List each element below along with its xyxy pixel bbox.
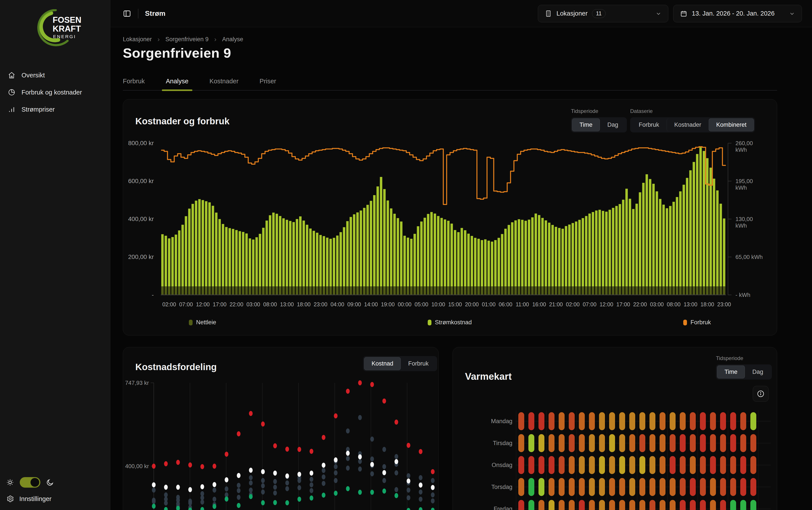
sidebar-item-strompriser[interactable]: Strømpriser: [0, 101, 110, 118]
heatmap-card: Varmekart Tidsperiode Time Dag MandagTir…: [453, 347, 777, 510]
sidebar: FOSEN KRAFT ENERGI Oversikt Forbruk og k…: [0, 0, 110, 510]
svg-text:Tirsdag: Tirsdag: [493, 440, 512, 446]
forbruk-swatch: [683, 320, 687, 325]
date-range-picker[interactable]: 13. Jan. 2026 - 20. Jan. 2026: [673, 5, 802, 22]
tab-kostnader[interactable]: Kostnader: [209, 78, 238, 90]
svg-text:Torsdag: Torsdag: [491, 484, 512, 490]
heatmap-chart: MandagTirsdagOnsdagTorsdagFredag: [453, 347, 777, 510]
svg-text:06:00: 06:00: [498, 301, 512, 307]
svg-text:07:00: 07:00: [179, 301, 193, 307]
svg-text:05:00: 05:00: [414, 301, 428, 307]
svg-text:19:00: 19:00: [381, 301, 395, 307]
svg-text:17:00: 17:00: [213, 301, 227, 307]
breadcrumb-sorgenfriveien[interactable]: Sorgenfriveien 9: [165, 36, 209, 43]
svg-text:747,93 kr: 747,93 kr: [125, 380, 149, 386]
sun-icon: [6, 478, 14, 486]
bar-chart-icon: [8, 106, 16, 113]
breadcrumb-separator: ›: [157, 35, 160, 43]
topbar-divider: [138, 9, 138, 19]
tab-bar: Forbruk Analyse Kostnader Priser: [123, 78, 777, 91]
tab-priser[interactable]: Priser: [259, 78, 276, 90]
chevron-down-icon: [789, 10, 795, 17]
breadcrumb-separator: ›: [214, 35, 216, 43]
svg-text:Onsdag: Onsdag: [492, 462, 512, 468]
svg-text:11:00: 11:00: [516, 301, 529, 307]
tab-analyse[interactable]: Analyse: [166, 78, 188, 90]
app-title: Strøm: [145, 9, 165, 18]
svg-text:23:00: 23:00: [314, 301, 327, 307]
nettleie-swatch: [189, 320, 193, 325]
logo-text-energi: ENERGI: [53, 34, 76, 39]
svg-text:02:00: 02:00: [162, 301, 176, 307]
svg-text:12:00: 12:00: [196, 301, 210, 307]
chart-legend: Nettleie Strømkostnad Forbruk: [189, 319, 711, 326]
settings-label: Innstillinger: [19, 495, 52, 503]
tab-forbruk[interactable]: Forbruk: [123, 78, 145, 90]
svg-text:260,00: 260,00: [735, 140, 753, 147]
svg-text:kWh: kWh: [735, 184, 747, 191]
calendar-icon: [680, 10, 688, 17]
svg-text:13:00: 13:00: [280, 301, 294, 307]
chevron-down-icon: [656, 10, 662, 17]
brand-logo: FOSEN KRAFT ENERGI: [0, 0, 110, 50]
cost-distribution-card: Kostnadsfordeling Kostnad Forbruk 747,93…: [123, 347, 439, 510]
settings-button[interactable]: Innstillinger: [5, 493, 105, 504]
pie-chart-icon: [8, 89, 16, 96]
svg-text:07:00: 07:00: [583, 301, 597, 307]
locations-label: Lokasjoner: [556, 10, 588, 17]
locations-count-badge: 11: [592, 9, 606, 18]
logo-text-fosen: FOSEN: [53, 16, 81, 25]
moon-icon: [46, 478, 54, 486]
legend-nettleie: Nettleie: [189, 319, 216, 326]
svg-text:600,00 kr: 600,00 kr: [128, 178, 154, 184]
svg-text:200,00 kr: 200,00 kr: [128, 253, 154, 260]
svg-text:10:00: 10:00: [431, 301, 445, 307]
svg-text:21:00: 21:00: [549, 301, 563, 307]
legend-forbruk: Forbruk: [683, 319, 711, 326]
sidebar-item-oversikt[interactable]: Oversikt: [0, 67, 110, 84]
svg-text:18:00: 18:00: [297, 301, 311, 307]
theme-toggle[interactable]: [20, 477, 40, 488]
svg-text:17:00: 17:00: [616, 301, 630, 307]
date-range-label: 13. Jan. 2026 - 20. Jan. 2026: [692, 10, 775, 17]
svg-text:16:00: 16:00: [532, 301, 546, 307]
page-title: Sorgenfriveien 9: [123, 45, 231, 61]
locations-dropdown[interactable]: Lokasjoner 11: [538, 5, 668, 22]
sidebar-nav: Oversikt Forbruk og kostnader Strømprise…: [0, 67, 110, 118]
svg-text:400,00 kr: 400,00 kr: [128, 215, 154, 222]
svg-text:22:00: 22:00: [230, 301, 243, 307]
breadcrumb-lokasjoner[interactable]: Lokasjoner: [123, 36, 152, 43]
svg-text:09:00: 09:00: [347, 301, 361, 307]
svg-text:01:00: 01:00: [482, 301, 496, 307]
stromkostnad-swatch: [428, 320, 431, 325]
svg-text:130,00: 130,00: [735, 216, 753, 222]
sidebar-toggle-icon[interactable]: [123, 9, 132, 18]
main-content: Lokasjoner › Sorgenfriveien 9 › Analyse …: [110, 27, 812, 510]
cost-distribution-scatter-chart: 747,93 kr400,00 kr: [123, 347, 438, 510]
breadcrumb: Lokasjoner › Sorgenfriveien 9 › Analyse: [123, 35, 243, 43]
svg-text:03:00: 03:00: [650, 301, 664, 307]
gear-icon: [7, 495, 14, 503]
sidebar-item-label: Oversikt: [22, 72, 45, 79]
svg-text:03:00: 03:00: [246, 301, 260, 307]
sidebar-item-forbruk-og-kostnader[interactable]: Forbruk og kostnader: [0, 84, 110, 101]
svg-text:195,00: 195,00: [735, 178, 753, 184]
svg-text:Fredag: Fredag: [494, 506, 512, 510]
home-icon: [8, 71, 16, 79]
svg-text:12:00: 12:00: [600, 301, 613, 307]
svg-text:08:00: 08:00: [263, 301, 277, 307]
svg-text:22:00: 22:00: [633, 301, 647, 307]
svg-text:23:00: 23:00: [717, 301, 731, 307]
svg-text:- kWh: - kWh: [735, 292, 750, 298]
svg-text:20:00: 20:00: [465, 301, 479, 307]
logo-text-kraft: KRAFT: [53, 24, 81, 33]
costs-and-consumption-card: Kostnader og forbruk Tidsperiode Time Da…: [123, 99, 777, 335]
theme-switcher: [5, 475, 105, 493]
svg-text:18:00: 18:00: [700, 301, 714, 307]
topbar: Strøm Lokasjoner 11 13. Jan. 2026 - 20. …: [110, 0, 812, 27]
svg-text:13:00: 13:00: [684, 301, 697, 307]
breadcrumb-analyse[interactable]: Analyse: [222, 36, 243, 43]
svg-text:kWh: kWh: [735, 222, 747, 229]
sidebar-footer: Innstillinger: [0, 470, 110, 510]
svg-text:08:00: 08:00: [667, 301, 680, 307]
